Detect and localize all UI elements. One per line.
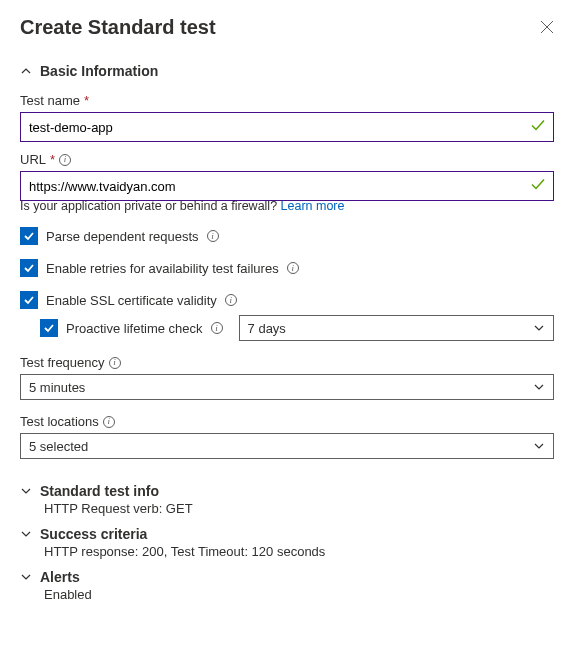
test-name-input[interactable]: [20, 112, 554, 142]
test-locations-value: 5 selected: [29, 439, 88, 454]
info-icon[interactable]: i: [225, 294, 237, 306]
learn-more-link[interactable]: Learn more: [281, 199, 345, 213]
url-input[interactable]: [20, 171, 554, 201]
info-icon[interactable]: i: [211, 322, 223, 334]
info-icon[interactable]: i: [59, 154, 71, 166]
info-icon[interactable]: i: [103, 416, 115, 428]
parse-requests-checkbox[interactable]: [20, 227, 38, 245]
test-frequency-select[interactable]: 5 minutes: [20, 374, 554, 400]
section-sub-alerts: Enabled: [44, 587, 554, 602]
section-toggle-succ[interactable]: Success criteria: [20, 526, 554, 542]
test-locations-select[interactable]: 5 selected: [20, 433, 554, 459]
chevron-down-icon: [20, 528, 32, 540]
enable-retries-label: Enable retries for availability test fai…: [46, 261, 279, 276]
close-icon[interactable]: [540, 16, 554, 34]
chevron-up-icon: [20, 65, 32, 77]
chevron-down-icon: [533, 381, 545, 393]
section-title-succ: Success criteria: [40, 526, 147, 542]
section-title-std: Standard test info: [40, 483, 159, 499]
test-locations-label: Test locations: [20, 414, 99, 429]
chevron-down-icon: [533, 440, 545, 452]
page-title: Create Standard test: [20, 16, 216, 39]
required-marker: *: [84, 93, 89, 108]
section-sub-succ: HTTP response: 200, Test Timeout: 120 se…: [44, 544, 554, 559]
firewall-helper-text: Is your application private or behind a …: [20, 199, 281, 213]
section-sub-std: HTTP Request verb: GET: [44, 501, 554, 516]
info-icon[interactable]: i: [109, 357, 121, 369]
ssl-validity-checkbox[interactable]: [20, 291, 38, 309]
proactive-lifetime-value: 7 days: [248, 321, 286, 336]
chevron-down-icon: [20, 571, 32, 583]
test-frequency-value: 5 minutes: [29, 380, 85, 395]
section-title-alerts: Alerts: [40, 569, 80, 585]
required-marker: *: [50, 152, 55, 167]
section-title-basic: Basic Information: [40, 63, 158, 79]
parse-requests-label: Parse dependent requests: [46, 229, 199, 244]
test-name-label: Test name: [20, 93, 80, 108]
chevron-down-icon: [533, 322, 545, 334]
url-label: URL: [20, 152, 46, 167]
enable-retries-checkbox[interactable]: [20, 259, 38, 277]
proactive-lifetime-select[interactable]: 7 days: [239, 315, 554, 341]
info-icon[interactable]: i: [207, 230, 219, 242]
proactive-check-checkbox[interactable]: [40, 319, 58, 337]
section-toggle-basic[interactable]: Basic Information: [20, 63, 554, 79]
test-frequency-label: Test frequency: [20, 355, 105, 370]
section-toggle-std[interactable]: Standard test info: [20, 483, 554, 499]
proactive-check-label: Proactive lifetime check: [66, 321, 203, 336]
chevron-down-icon: [20, 485, 32, 497]
ssl-validity-label: Enable SSL certificate validity: [46, 293, 217, 308]
section-toggle-alerts[interactable]: Alerts: [20, 569, 554, 585]
info-icon[interactable]: i: [287, 262, 299, 274]
